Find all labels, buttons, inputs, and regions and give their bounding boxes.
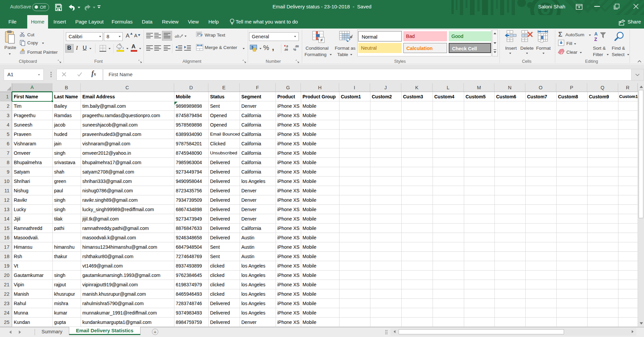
svg-text:.0: .0 [286, 45, 288, 48]
svg-text:.00: .00 [295, 45, 299, 48]
svg-text:≠: ≠ [320, 37, 323, 43]
svg-text:.0: .0 [294, 48, 296, 51]
svg-text:ab: ab [175, 34, 179, 39]
svg-text:A: A [594, 31, 598, 37]
svg-text:.00: .00 [284, 48, 288, 51]
svg-text:Z: Z [594, 37, 597, 42]
